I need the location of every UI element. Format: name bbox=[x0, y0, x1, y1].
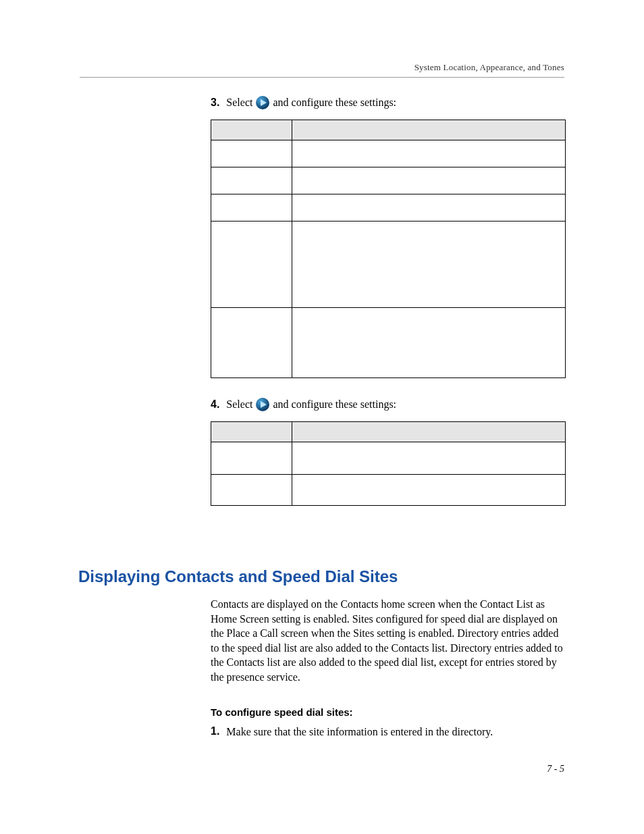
table-cell-description bbox=[292, 194, 566, 221]
table-cell-description bbox=[292, 221, 566, 308]
table-header-description bbox=[292, 120, 566, 140]
step-text-after: and configure these settings: bbox=[273, 398, 396, 411]
header-section-title: System Location, Appearance, and Tones bbox=[80, 62, 564, 73]
table-cell-setting bbox=[211, 475, 292, 506]
table-cell-setting bbox=[211, 140, 292, 167]
step-text-before: Select bbox=[226, 398, 252, 411]
page-header: System Location, Appearance, and Tones bbox=[80, 62, 564, 78]
step-3: 3. Select and configure these settings: bbox=[211, 95, 566, 110]
settings-table-1 bbox=[211, 120, 566, 378]
header-rule bbox=[80, 77, 564, 78]
step-number: 1. bbox=[211, 725, 219, 737]
substep-1: 1. Make sure that the site information i… bbox=[211, 725, 566, 739]
step-text-before: Select bbox=[226, 97, 252, 109]
substep-text: Make sure that the site information is e… bbox=[226, 725, 493, 739]
table-row bbox=[211, 475, 566, 506]
table-header-row bbox=[211, 422, 566, 442]
step-text-after: and configure these settings: bbox=[273, 97, 396, 109]
table-header-description bbox=[292, 422, 566, 442]
step-4: 4. Select and configure these settings: bbox=[211, 397, 566, 412]
table-row bbox=[211, 221, 566, 308]
settings-table-2 bbox=[211, 421, 566, 506]
table-row bbox=[211, 140, 566, 167]
step-number: 3. bbox=[211, 97, 219, 109]
subheading: To configure speed dial sites: bbox=[211, 706, 566, 718]
play-icon bbox=[255, 397, 270, 412]
table-cell-setting bbox=[211, 167, 292, 194]
table-cell-description bbox=[292, 140, 566, 167]
section-heading: Displaying Contacts and Speed Dial Sites bbox=[78, 567, 564, 586]
section-paragraph: Contacts are displayed on the Contacts h… bbox=[211, 597, 566, 685]
table-cell-description bbox=[292, 475, 566, 506]
table-header-setting bbox=[211, 120, 292, 140]
table-cell-setting bbox=[211, 194, 292, 221]
table-cell-setting bbox=[211, 308, 292, 378]
table-header-setting bbox=[211, 422, 292, 442]
table-cell-description bbox=[292, 308, 566, 378]
table-row bbox=[211, 308, 566, 378]
table-cell-setting bbox=[211, 221, 292, 308]
table-row bbox=[211, 442, 566, 475]
table-cell-description bbox=[292, 167, 566, 194]
page-number: 7 - 5 bbox=[547, 764, 564, 775]
table-row bbox=[211, 167, 566, 194]
table-cell-setting bbox=[211, 442, 292, 475]
table-row bbox=[211, 194, 566, 221]
play-icon bbox=[255, 95, 270, 110]
step-number: 4. bbox=[211, 398, 219, 411]
table-cell-description bbox=[292, 442, 566, 475]
table-header-row bbox=[211, 120, 566, 140]
